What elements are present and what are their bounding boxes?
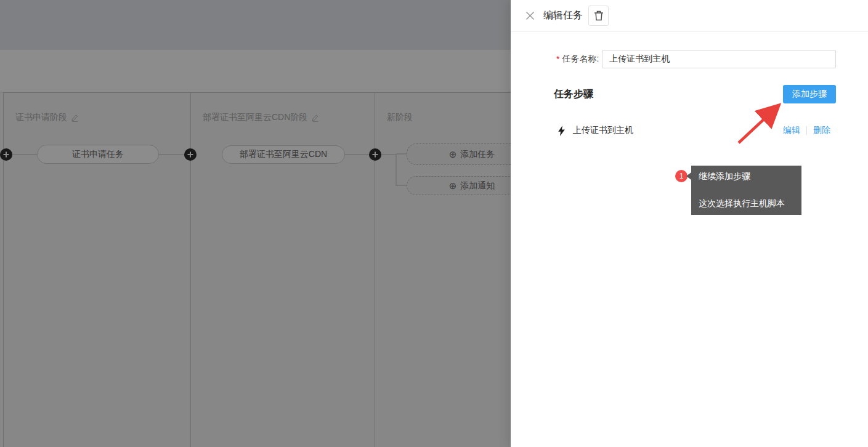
step-delete-link[interactable]: 删除 [813, 125, 830, 136]
add-step-button[interactable]: 添加步骤 [783, 85, 836, 103]
close-icon[interactable] [525, 11, 535, 21]
task-steps-section-header: 任务步骤 添加步骤 [554, 85, 836, 103]
drawer-header: 编辑任务 [511, 0, 868, 32]
edit-task-drawer: 编辑任务 * 任务名称: 任务步骤 添加步骤 上传证书 [511, 0, 868, 447]
task-name-form-row: * 任务名称: [556, 50, 836, 68]
required-marker: * [556, 54, 559, 64]
task-name-input[interactable] [602, 50, 836, 68]
task-name-label: 任务名称: [562, 54, 599, 65]
task-steps-heading: 任务步骤 [554, 88, 593, 101]
delete-task-button[interactable] [588, 6, 609, 26]
step-row: 上传证书到主机 编辑 删除 [558, 125, 830, 136]
step-info: 上传证书到主机 [558, 125, 633, 136]
step-name: 上传证书到主机 [573, 125, 633, 136]
trash-icon [594, 10, 604, 21]
modal-dim-overlay[interactable] [0, 0, 511, 447]
action-divider [806, 126, 807, 135]
step-edit-link[interactable]: 编辑 [783, 125, 800, 136]
page: 证书申请阶段 部署证书至阿里云CDN阶段 新阶段 [0, 0, 868, 447]
drawer-title: 编辑任务 [543, 9, 583, 22]
lightning-icon [558, 126, 566, 136]
step-actions: 编辑 删除 [783, 125, 830, 136]
